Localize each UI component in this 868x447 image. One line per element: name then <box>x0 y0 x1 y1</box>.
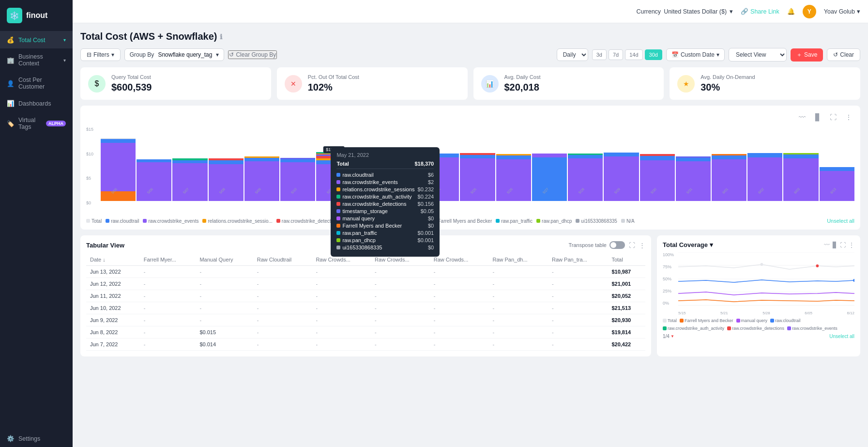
sidebar-item-settings[interactable]: ⚙️ Settings <box>0 430 73 447</box>
legend-item-crowdstrike-events[interactable]: raw.crowdstrike_events <box>143 218 198 224</box>
legend-item-crowdstrike-detections[interactable]: raw.crowdstrike_detections <box>276 218 340 224</box>
select-view-dropdown[interactable]: Select View <box>729 48 787 62</box>
coverage-bar-icon[interactable]: ▊ <box>833 242 837 248</box>
coverage-expand-icon[interactable]: ⛶ <box>840 242 846 248</box>
time-btn-14d[interactable]: 14d <box>625 49 642 60</box>
unselect-all-button[interactable]: Unselect all <box>827 218 854 224</box>
filter-icon: ⊟ <box>87 51 91 58</box>
cov-legend-cloudtrail[interactable]: raw.cloudtrail <box>770 318 801 323</box>
stat-label: Avg. Daily Cost <box>504 74 541 80</box>
currency-value[interactable]: United States Dollar ($) <box>664 8 727 15</box>
cell-c4: - <box>312 326 371 339</box>
bar-group[interactable]: 5/25 <box>460 153 495 205</box>
bar-group[interactable]: 5/28 <box>568 154 603 205</box>
logo: ❄️ finout <box>0 0 73 31</box>
transpose-toggle-switch[interactable] <box>609 241 625 249</box>
expand-icon[interactable]: ⛶ <box>827 111 839 123</box>
group-by-selector[interactable]: Group By Snowflake query_tag ▾ <box>124 48 225 61</box>
col-date[interactable]: Date ↓ <box>86 254 140 266</box>
legend-item-ui165[interactable]: ui165330868335 <box>576 218 617 224</box>
bar-group[interactable]: 5/06 <box>137 159 171 205</box>
clear-button[interactable]: ↺ Clear <box>827 48 860 61</box>
bar-group[interactable]: 6/13 <box>820 167 854 205</box>
user-menu[interactable]: Yoav Golub ▾ <box>824 8 860 15</box>
cov-legend-events[interactable]: raw.crowdstrike_events <box>787 326 838 331</box>
time-btn-7d[interactable]: 7d <box>609 49 623 60</box>
sidebar-item-cost-per-customer[interactable]: 👤 Cost Per Customer <box>0 72 73 95</box>
coverage-options-icon[interactable]: ⋮ <box>849 242 854 248</box>
legend-item-farrell[interactable]: Farrell Myers and Becker <box>433 218 492 224</box>
more-options-icon[interactable]: ⋮ <box>843 111 854 123</box>
col-raw-pan-tra[interactable]: Raw Pan_tra... <box>548 254 608 266</box>
cov-legend-auth[interactable]: raw.crowdstrike_auth_activity <box>663 326 724 331</box>
custom-date-button[interactable]: 📅 Custom Date ▾ <box>666 48 725 61</box>
cov-legend-detections[interactable]: raw.crowdstrike_detections <box>727 326 784 331</box>
cell-total: $19,814 <box>608 326 645 339</box>
clear-group-by-button[interactable]: ↺ Clear Group By <box>228 50 277 59</box>
legend-item-pan-dhcp[interactable]: raw.pan_dhcp <box>536 218 572 224</box>
bar-group[interactable]: 5/09 <box>244 156 279 205</box>
save-button[interactable]: ＋ Save <box>791 48 823 62</box>
bar-group[interactable]: 6/03 <box>783 153 818 205</box>
table-row: Jun 8, 2022 - $0.015 - - - - - - $19,814 <box>86 326 645 339</box>
sidebar-item-business-context[interactable]: 🏢 Business Context ▾ <box>0 48 73 72</box>
time-btn-30d[interactable]: 30d <box>645 49 662 60</box>
line-chart-icon[interactable]: 〰 <box>796 111 808 123</box>
bar-group[interactable]: 5/05 <box>101 138 136 205</box>
info-icon[interactable]: ℹ <box>220 33 222 41</box>
col-manual-query[interactable]: Manual Query <box>196 254 253 266</box>
filters-button[interactable]: ⊟ Filters ▾ <box>80 48 121 61</box>
cell-c7: - <box>488 266 548 278</box>
bar-group[interactable]: 5/27 <box>532 154 567 205</box>
time-btn-3d[interactable]: 3d <box>592 49 607 60</box>
bar-chart-icon[interactable]: ▊ <box>812 111 823 123</box>
table-options-icon[interactable]: ⋮ <box>639 242 645 249</box>
bar-group[interactable]: 5/31 <box>676 156 711 205</box>
stat-value: $20,018 <box>504 82 541 93</box>
coverage-line-icon[interactable]: 〰 <box>824 242 830 248</box>
bar-group[interactable]: 5/07 <box>172 158 207 205</box>
col-raw-pan-dh[interactable]: Raw Pan_dh... <box>488 254 548 266</box>
bar-group[interactable]: 6/02 <box>747 153 782 205</box>
sidebar-item-total-cost[interactable]: 💰 Total Cost ▾ <box>0 31 73 48</box>
col-raw-cloudtrail[interactable]: Raw Cloudtrail <box>253 254 312 266</box>
cell-c2: - <box>196 290 253 302</box>
bar-group[interactable]: 5/29 <box>604 153 639 205</box>
bar-group[interactable]: 5/30 <box>640 154 675 205</box>
cell-c8: - <box>548 290 608 302</box>
share-link-button[interactable]: 🔗 Share Link <box>741 8 779 15</box>
bar-group[interactable]: 5/10 <box>280 158 315 205</box>
legend-item-na[interactable]: N/A <box>621 218 635 224</box>
legend-item-relations-crowdstrike[interactable]: relations.crowdstrike_sessio... <box>202 218 272 224</box>
bar-group-highlighted[interactable]: $18,370 May 21, 2022 Total $18,370 <box>316 152 351 205</box>
legend-item-cloudtrail[interactable]: raw.cloudtrail <box>106 218 139 224</box>
stat-value: 30% <box>700 82 755 93</box>
star-icon: ★ <box>677 75 695 92</box>
legend-item-pan-traffic[interactable]: raw.pan_traffic <box>496 218 533 224</box>
cell-c5: - <box>371 290 430 302</box>
expand-table-icon[interactable]: ⛶ <box>629 242 635 249</box>
cov-legend-farrell[interactable]: Farrell Myers and Becker <box>680 318 733 323</box>
cov-legend-total[interactable]: Total <box>663 318 677 323</box>
cell-c7: - <box>488 278 548 290</box>
calendar-icon: 📅 <box>671 51 679 58</box>
sidebar-item-virtual-tags[interactable]: 🏷️ Virtual Tags ALPHA <box>0 112 73 135</box>
daily-select[interactable]: Daily <box>557 48 588 61</box>
bar-group[interactable]: 5/08 <box>209 158 244 205</box>
notification-icon[interactable]: 🔔 <box>787 8 795 15</box>
cell-c1: - <box>140 266 196 278</box>
col-farrell[interactable]: Farrell Myer... <box>140 254 196 266</box>
cell-total: $21,513 <box>608 302 645 314</box>
chevron-down-icon[interactable]: ▾ <box>710 241 713 248</box>
bar-group[interactable]: 5/26 <box>496 154 531 205</box>
legend-item-total[interactable]: Total <box>86 218 102 224</box>
cell-date: Jun 13, 2022 <box>86 266 140 278</box>
avatar: Y <box>803 5 816 18</box>
bar-group[interactable]: 6/01 <box>712 154 746 205</box>
chart-tooltip: May 21, 2022 Total $18,370 raw.cloudtrai… <box>331 147 440 257</box>
coverage-unselect-all[interactable]: Unselect all <box>829 334 854 339</box>
cov-legend-manual[interactable]: manual query <box>736 318 768 323</box>
col-total[interactable]: Total <box>608 254 645 266</box>
cell-c8: - <box>548 278 608 290</box>
sidebar-item-dashboards[interactable]: 📊 Dashboards <box>0 95 73 112</box>
